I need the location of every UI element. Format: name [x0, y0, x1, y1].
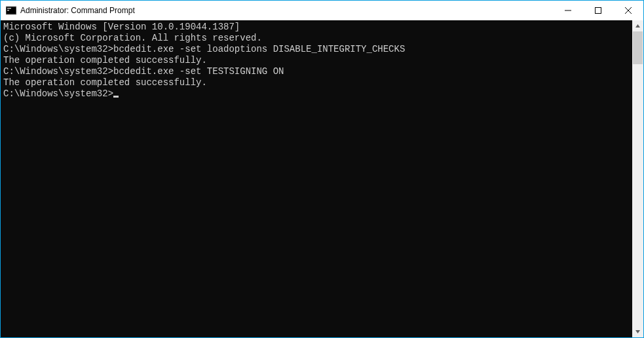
- window: Administrator: Command Prompt Microsoft …: [0, 0, 644, 338]
- scroll-up-button[interactable]: [632, 20, 643, 31]
- scrollbar-track[interactable]: [632, 31, 643, 326]
- terminal-line: C:\Windows\system32>: [3, 88, 632, 100]
- cmd-icon: [6, 5, 16, 16]
- terminal-line: The operation completed successfully.: [3, 77, 632, 88]
- svg-marker-9: [635, 330, 640, 333]
- terminal-line: Microsoft Windows [Version 10.0.19044.13…: [3, 22, 632, 33]
- client-area: Microsoft Windows [Version 10.0.19044.13…: [1, 20, 643, 337]
- close-button[interactable]: [613, 1, 643, 20]
- svg-line-6: [625, 7, 632, 14]
- scroll-down-button[interactable]: [632, 326, 643, 337]
- terminal-line: C:\Windows\system32>bcdedit.exe -set loa…: [3, 44, 632, 55]
- window-title: Administrator: Command Prompt: [20, 1, 135, 20]
- vertical-scrollbar[interactable]: [632, 20, 643, 337]
- svg-line-7: [625, 7, 632, 14]
- svg-rect-2: [7, 8, 11, 9]
- minimize-button[interactable]: [553, 1, 583, 20]
- terminal-line: C:\Windows\system32>bcdedit.exe -set TES…: [3, 66, 632, 77]
- maximize-button[interactable]: [583, 1, 613, 20]
- svg-marker-8: [635, 24, 640, 28]
- terminal-line: The operation completed successfully.: [3, 55, 632, 66]
- svg-rect-5: [596, 8, 601, 14]
- scrollbar-thumb[interactable]: [633, 31, 643, 64]
- cursor: [113, 96, 119, 98]
- terminal-output[interactable]: Microsoft Windows [Version 10.0.19044.13…: [1, 20, 632, 337]
- titlebar[interactable]: Administrator: Command Prompt: [1, 1, 643, 20]
- svg-rect-3: [7, 10, 9, 11]
- terminal-line: (c) Microsoft Corporation. All rights re…: [3, 33, 632, 44]
- window-controls: [553, 1, 643, 20]
